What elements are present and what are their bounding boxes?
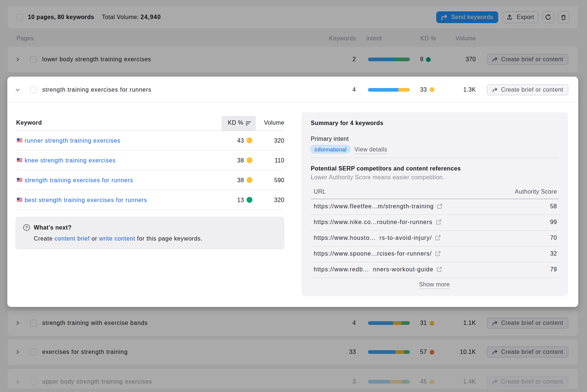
svg-text:?: ?	[25, 225, 28, 230]
